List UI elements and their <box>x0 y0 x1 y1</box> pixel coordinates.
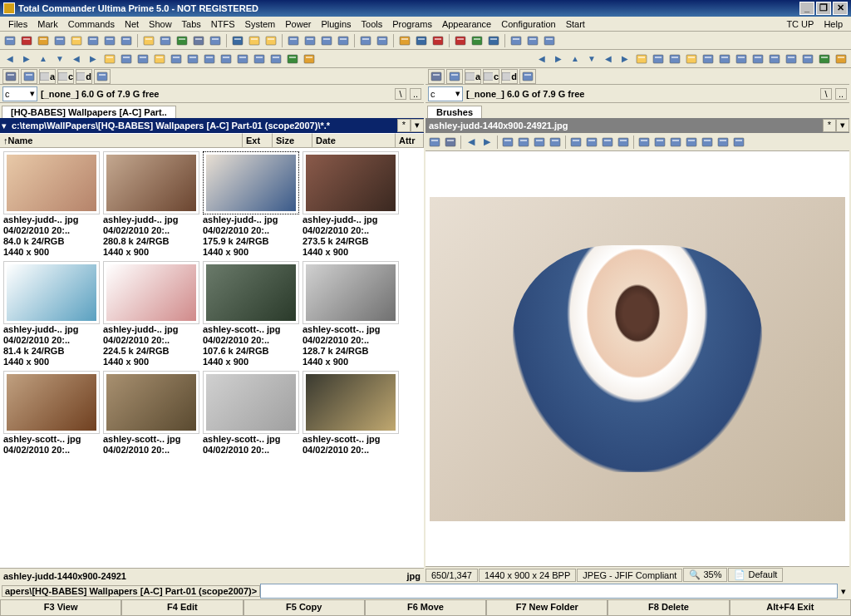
dbl-back-icon[interactable]: ◀ <box>69 52 84 67</box>
close-button[interactable]: ✕ <box>833 2 848 15</box>
disk-icon[interactable] <box>2 69 19 84</box>
cal2-icon[interactable] <box>219 52 234 67</box>
zoom-out-icon[interactable] <box>516 135 531 150</box>
favorites-button[interactable]: ▾ <box>836 119 849 132</box>
crop-icon[interactable] <box>568 135 583 150</box>
page-icon[interactable] <box>701 52 716 67</box>
thumbnail-item[interactable]: ashley-scott-.. jpg 04/02/2010 20:.. 107… <box>203 261 299 367</box>
menu-help[interactable]: Help <box>819 18 848 30</box>
thumbnail-item[interactable]: ashley-scott-.. jpg 04/02/2010 20:.. <box>203 371 299 456</box>
info-icon[interactable] <box>637 135 652 150</box>
menu-mark[interactable]: Mark <box>32 18 62 30</box>
folder-red-icon[interactable] <box>19 33 34 48</box>
menu-ntfs[interactable]: NTFS <box>206 18 240 30</box>
colors-icon[interactable] <box>731 135 746 150</box>
drive-c-button[interactable]: c <box>483 69 499 84</box>
refresh-icon[interactable] <box>2 33 17 48</box>
lock-icon[interactable] <box>542 33 557 48</box>
doc-new-icon[interactable] <box>158 33 173 48</box>
thumbnail-item[interactable]: ashley-scott-.. jpg 04/02/2010 20:.. <box>103 371 199 456</box>
drive-a-button[interactable]: a <box>39 69 56 84</box>
menu-appearance[interactable]: Appearance <box>437 18 496 30</box>
col-ext[interactable]: Ext <box>243 133 273 147</box>
resize2-icon[interactable] <box>684 135 699 150</box>
save-icon[interactable] <box>443 135 458 150</box>
up-icon[interactable]: ▲ <box>36 52 51 67</box>
menu-files[interactable]: Files <box>3 18 32 30</box>
back-icon[interactable]: ◀ <box>534 52 549 67</box>
favorites-button[interactable]: ▾ <box>411 119 424 132</box>
rot-r-icon[interactable] <box>600 135 615 150</box>
ball-red-icon[interactable] <box>453 33 468 48</box>
rot-l-icon[interactable] <box>584 135 599 150</box>
fn-f5-copy[interactable]: F5 Copy <box>243 599 365 616</box>
down-icon[interactable]: ▼ <box>584 52 599 67</box>
dbl-fwd-icon[interactable]: ▶ <box>86 52 101 67</box>
root-button[interactable]: \ <box>395 88 406 100</box>
star-icon[interactable] <box>634 52 649 67</box>
col-size[interactable]: Size <box>273 133 312 147</box>
tab-wallpapers[interactable]: [HQ-BABES] Wallpapers [A-C] Part.. <box>2 106 176 118</box>
network-icon[interactable] <box>94 69 111 84</box>
star-icon[interactable] <box>102 52 117 67</box>
flip-icon[interactable] <box>616 135 631 150</box>
squares-icon[interactable] <box>509 33 524 48</box>
thumbnail-item[interactable]: ashley-judd-.. jpg 04/02/2010 20:.. 175.… <box>203 151 299 258</box>
ball-green-icon[interactable] <box>470 33 485 48</box>
command-input[interactable] <box>260 584 838 599</box>
thumbnail-item[interactable]: ashley-scott-.. jpg 04/02/2010 20:.. <box>3 371 100 456</box>
fx-icon[interactable] <box>700 135 715 150</box>
yel-icon[interactable] <box>834 52 849 67</box>
drive-d-button[interactable]: d <box>501 69 518 84</box>
txt2-icon[interactable] <box>336 33 351 48</box>
menu-tools[interactable]: Tools <box>357 18 388 30</box>
box-icon[interactable] <box>235 52 250 67</box>
restore-button[interactable]: ❐ <box>816 2 831 15</box>
menu-tabs[interactable]: Tabs <box>177 18 206 30</box>
zoom-in-icon[interactable] <box>500 135 515 150</box>
tag-icon[interactable] <box>784 52 799 67</box>
menu-configuration[interactable]: Configuration <box>496 18 560 30</box>
play-icon[interactable] <box>119 52 134 67</box>
a-drive-icon[interactable] <box>21 69 37 84</box>
drive-c-button[interactable]: c <box>57 69 74 84</box>
cube-blue-icon[interactable] <box>414 33 429 48</box>
menu-programs[interactable]: Programs <box>387 18 437 30</box>
clipboard-icon[interactable] <box>375 33 390 48</box>
prev-icon[interactable]: ◀ <box>464 135 479 150</box>
folder-icon[interactable] <box>152 52 167 67</box>
menu-tc-up[interactable]: TC UP <box>781 18 819 30</box>
drive-a-button[interactable]: a <box>465 69 481 84</box>
folder-open-icon[interactable] <box>141 33 156 48</box>
image-viewer[interactable] <box>426 151 849 566</box>
a-drive-icon[interactable] <box>446 69 463 84</box>
next-icon[interactable]: ▶ <box>480 135 494 150</box>
folder-icon[interactable] <box>684 52 699 67</box>
col-attr[interactable]: Attr <box>396 133 424 147</box>
yel-icon[interactable] <box>302 52 317 67</box>
root-button[interactable]: \ <box>820 88 832 100</box>
green-icon[interactable] <box>285 52 300 67</box>
ball-blue-icon[interactable] <box>486 33 501 48</box>
thumbnail-item[interactable]: ashley-scott-.. jpg 04/02/2010 20:.. 128… <box>303 261 399 367</box>
menu-net[interactable]: Net <box>120 18 144 30</box>
menu-power[interactable]: Power <box>280 18 316 30</box>
image-icon[interactable] <box>716 135 730 150</box>
play-icon[interactable] <box>651 52 666 67</box>
tab-brushes[interactable]: Brushes <box>427 106 482 118</box>
copy-icon[interactable] <box>208 33 223 48</box>
doc-icon[interactable] <box>286 33 301 48</box>
fwd-icon[interactable]: ▶ <box>551 52 566 67</box>
swap-icon[interactable] <box>358 33 373 48</box>
menu-plugins[interactable]: Plugins <box>316 18 356 30</box>
x-icon[interactable] <box>667 52 682 67</box>
text-icon[interactable] <box>185 52 200 67</box>
camera-icon[interactable] <box>652 135 667 150</box>
down-icon[interactable]: ▼ <box>52 52 67 67</box>
menu-start[interactable]: Start <box>561 18 590 30</box>
cal-icon[interactable] <box>734 52 749 67</box>
drive-combo[interactable]: c▾ <box>2 86 37 101</box>
cube-red-icon[interactable] <box>430 33 445 48</box>
grid-icon[interactable] <box>86 33 101 48</box>
fn-f6-move[interactable]: F6 Move <box>365 599 486 616</box>
